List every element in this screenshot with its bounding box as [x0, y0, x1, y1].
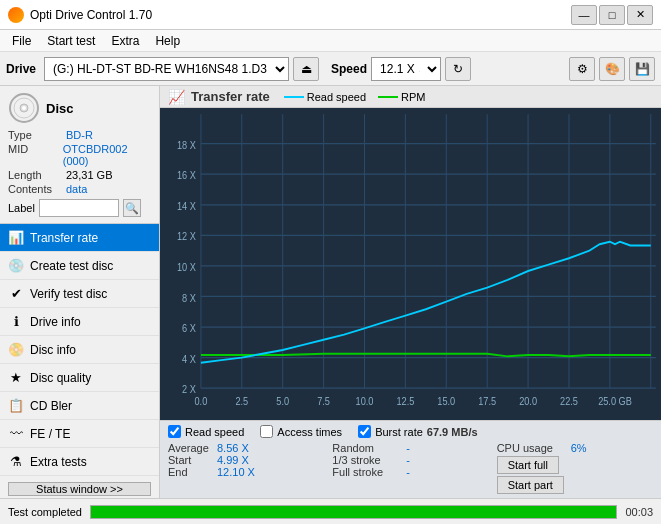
start-part-button[interactable]: Start part: [497, 476, 564, 494]
close-button[interactable]: ✕: [627, 5, 653, 25]
chart-header: 📈 Transfer rate Read speed RPM: [160, 86, 661, 108]
nav-verify-test-disc-label: Verify test disc: [30, 287, 107, 301]
speed-select[interactable]: 12.1 X ↓: [371, 57, 441, 81]
start-label: Start: [168, 454, 213, 466]
menu-bar: File Start test Extra Help: [0, 30, 661, 52]
average-label: Average: [168, 442, 213, 454]
svg-text:14 X: 14 X: [177, 200, 196, 212]
full-stroke-label: Full stroke: [332, 466, 402, 478]
nav-extra-tests-label: Extra tests: [30, 455, 87, 469]
start-row: Start 4.99 X: [168, 454, 324, 466]
drive-info-icon: ℹ: [8, 314, 24, 330]
refresh-button[interactable]: ↻: [445, 57, 471, 81]
mid-value: OTCBDR002 (000): [63, 143, 151, 167]
nav-items: 📊 Transfer rate 💿 Create test disc ✔ Ver…: [0, 224, 159, 476]
svg-text:12 X: 12 X: [177, 231, 196, 243]
options-button[interactable]: ⚙: [569, 57, 595, 81]
mid-row: MID OTCBDR002 (000): [8, 142, 151, 168]
contents-value: data: [66, 183, 87, 195]
extra-tests-icon: ⚗: [8, 454, 24, 470]
nav-transfer-rate-label: Transfer rate: [30, 231, 98, 245]
contents-row: Contents data: [8, 182, 151, 196]
skin-button[interactable]: 🎨: [599, 57, 625, 81]
eject-button[interactable]: ⏏: [293, 57, 319, 81]
read-speed-color: [284, 96, 304, 98]
svg-text:25.0 GB: 25.0 GB: [598, 395, 632, 407]
minimize-button[interactable]: —: [571, 5, 597, 25]
verify-test-disc-icon: ✔: [8, 286, 24, 302]
type-label: Type: [8, 129, 66, 141]
menu-help[interactable]: Help: [147, 32, 188, 50]
nav-extra-tests[interactable]: ⚗ Extra tests: [0, 448, 159, 476]
stats-grid: Average 8.56 X Start 4.99 X End 12.10 X …: [168, 440, 653, 496]
one-third-row: 1/3 stroke -: [332, 454, 488, 466]
main-content: Disc Type BD-R MID OTCBDR002 (000) Lengt…: [0, 86, 661, 498]
chart-area: 2 X 4 X 6 X 8 X 10 X 12 X 14 X 16 X 18 X…: [160, 108, 661, 420]
burst-rate-cb-label: Burst rate: [375, 426, 423, 438]
burst-rate-checkbox[interactable]: [358, 425, 371, 438]
full-stroke-value: -: [406, 466, 410, 478]
transfer-rate-icon: 📊: [8, 230, 24, 246]
app-title: Opti Drive Control 1.70: [30, 8, 152, 22]
length-row: Length 23,31 GB: [8, 168, 151, 182]
maximize-button[interactable]: □: [599, 5, 625, 25]
drive-select[interactable]: (G:) HL-DT-ST BD-RE WH16NS48 1.D3: [44, 57, 289, 81]
menu-start-test[interactable]: Start test: [39, 32, 103, 50]
svg-text:15.0: 15.0: [437, 395, 455, 407]
start-full-button[interactable]: Start full: [497, 456, 559, 474]
nav-drive-info[interactable]: ℹ Drive info: [0, 308, 159, 336]
progress-bar-fill: [91, 506, 616, 518]
title-bar-left: Opti Drive Control 1.70: [8, 7, 152, 23]
nav-fe-te[interactable]: 〰 FE / TE: [0, 420, 159, 448]
menu-file[interactable]: File: [4, 32, 39, 50]
svg-text:0.0: 0.0: [195, 395, 208, 407]
type-row: Type BD-R: [8, 128, 151, 142]
label-input[interactable]: [39, 199, 119, 217]
svg-rect-4: [160, 108, 661, 420]
nav-fe-te-label: FE / TE: [30, 427, 70, 441]
svg-text:10.0: 10.0: [356, 395, 374, 407]
nav-create-test-disc-label: Create test disc: [30, 259, 113, 273]
legend-rpm: RPM: [378, 91, 425, 103]
speed-label: Speed: [331, 62, 367, 76]
drive-label: Drive: [6, 62, 36, 76]
read-speed-checkbox[interactable]: [168, 425, 181, 438]
right-panel: 📈 Transfer rate Read speed RPM: [160, 86, 661, 498]
title-bar-controls[interactable]: — □ ✕: [571, 5, 653, 25]
average-value: 8.56 X: [217, 442, 262, 454]
stats-col3: CPU usage 6% Start full Start part: [497, 442, 653, 494]
access-times-checkbox-item: Access times: [260, 425, 342, 438]
end-value: 12.10 X: [217, 466, 262, 478]
svg-text:6 X: 6 X: [182, 322, 196, 334]
end-row: End 12.10 X: [168, 466, 324, 478]
nav-verify-test-disc[interactable]: ✔ Verify test disc: [0, 280, 159, 308]
nav-disc-quality[interactable]: ★ Disc quality: [0, 364, 159, 392]
save-button[interactable]: 💾: [629, 57, 655, 81]
access-times-checkbox[interactable]: [260, 425, 273, 438]
sidebar: Disc Type BD-R MID OTCBDR002 (000) Lengt…: [0, 86, 160, 498]
status-window-button[interactable]: Status window >>: [8, 482, 151, 496]
full-stroke-row: Full stroke -: [332, 466, 488, 478]
stats-bar: Read speed Access times Burst rate 67.9 …: [160, 420, 661, 498]
nav-disc-info[interactable]: 📀 Disc info: [0, 336, 159, 364]
access-times-cb-label: Access times: [277, 426, 342, 438]
svg-text:5.0: 5.0: [276, 395, 289, 407]
create-test-disc-icon: 💿: [8, 258, 24, 274]
nav-transfer-rate[interactable]: 📊 Transfer rate: [0, 224, 159, 252]
end-label: End: [168, 466, 213, 478]
nav-create-test-disc[interactable]: 💿 Create test disc: [0, 252, 159, 280]
label-browse-button[interactable]: 🔍: [123, 199, 141, 217]
nav-disc-info-label: Disc info: [30, 343, 76, 357]
stats-col2: Random - 1/3 stroke - Full stroke -: [332, 442, 488, 478]
disc-info-icon: 📀: [8, 342, 24, 358]
burst-rate-checkbox-item: Burst rate 67.9 MB/s: [358, 425, 477, 438]
length-label: Length: [8, 169, 66, 181]
random-label: Random: [332, 442, 402, 454]
disc-quality-icon: ★: [8, 370, 24, 386]
disc-panel: Disc Type BD-R MID OTCBDR002 (000) Lengt…: [0, 86, 159, 224]
nav-cd-bler[interactable]: 📋 CD Bler: [0, 392, 159, 420]
legend-read-speed-label: Read speed: [307, 91, 366, 103]
nav-cd-bler-label: CD Bler: [30, 399, 72, 413]
menu-extra[interactable]: Extra: [103, 32, 147, 50]
burst-rate-value: 67.9 MB/s: [427, 426, 478, 438]
